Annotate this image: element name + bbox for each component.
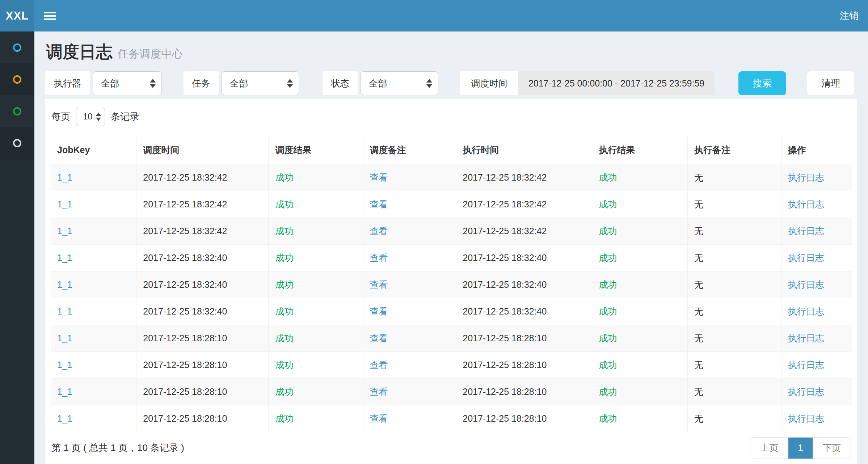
table-row: 1_1 2017-12-25 18:32:40 成功 查看 2017-12-25… — [51, 298, 852, 325]
page-size-control: 每页 10 条记录 — [51, 105, 852, 126]
exec-log-link[interactable]: 执行日志 — [788, 413, 824, 423]
exec-remark-cell: 无 — [687, 325, 781, 351]
current-page-button[interactable]: 1 — [788, 438, 813, 459]
sidebar-item-2[interactable] — [0, 63, 34, 95]
status-filter-label: 状态 — [323, 71, 358, 95]
view-remark-link[interactable]: 查看 — [370, 226, 388, 236]
jobkey-link[interactable]: 1_1 — [57, 333, 72, 343]
sched-result-cell: 成功 — [269, 351, 363, 378]
exec-result-cell: 成功 — [592, 244, 687, 271]
exec-remark-cell: 无 — [687, 378, 781, 405]
col-sched-remark: 调度备注 — [363, 136, 456, 164]
jobkey-link[interactable]: 1_1 — [57, 279, 72, 290]
exec-log-link[interactable]: 执行日志 — [788, 360, 824, 370]
sidebar-item-3[interactable] — [0, 95, 34, 127]
prev-page-button[interactable]: 上页 — [750, 438, 788, 459]
circle-icon — [13, 107, 21, 115]
select-arrows-icon — [287, 79, 293, 88]
col-sched-result: 调度结果 — [269, 136, 363, 164]
exec-time-cell: 2017-12-25 18:28:10 — [456, 351, 592, 378]
executor-filter-group: 执行器 全部 — [45, 71, 162, 95]
exec-result-cell: 成功 — [592, 271, 687, 298]
view-remark-link[interactable]: 查看 — [370, 253, 388, 263]
page-title: 调度日志 — [46, 42, 113, 61]
sidebar-toggle-icon[interactable] — [44, 10, 56, 22]
exec-remark-cell: 无 — [687, 351, 781, 378]
table-row: 1_1 2017-12-25 18:32:40 成功 查看 2017-12-25… — [51, 271, 852, 298]
sched-result-cell: 成功 — [269, 218, 363, 244]
sched-time-cell: 2017-12-25 18:32:42 — [136, 164, 269, 191]
job-filter-group: 任务 全部 — [184, 71, 299, 95]
clear-button[interactable]: 清理 — [807, 71, 854, 95]
sched-result-cell: 成功 — [269, 325, 363, 351]
exec-log-link[interactable]: 执行日志 — [788, 226, 824, 236]
col-sched-time: 调度时间 — [136, 136, 269, 164]
sidebar-menu — [0, 31, 34, 464]
table-header-row: JobKey 调度时间 调度结果 调度备注 执行时间 执行结果 执行备注 操作 — [51, 136, 852, 164]
exec-log-link[interactable]: 执行日志 — [788, 279, 824, 290]
circle-icon — [13, 43, 21, 52]
exec-log-link[interactable]: 执行日志 — [788, 387, 824, 397]
app-logo[interactable]: XXL — [0, 0, 34, 31]
jobkey-link[interactable]: 1_1 — [57, 199, 72, 209]
view-remark-link[interactable]: 查看 — [370, 387, 388, 397]
sched-result-cell: 成功 — [269, 271, 363, 298]
view-remark-link[interactable]: 查看 — [370, 279, 388, 290]
exec-remark-cell: 无 — [687, 164, 781, 191]
view-remark-link[interactable]: 查看 — [370, 333, 388, 343]
table-row: 1_1 2017-12-25 18:28:10 成功 查看 2017-12-25… — [51, 378, 852, 405]
time-range-input[interactable]: 2017-12-25 00:00:00 - 2017-12-25 23:59:5… — [518, 71, 715, 95]
next-page-button[interactable]: 下页 — [813, 438, 851, 459]
jobkey-link[interactable]: 1_1 — [57, 387, 72, 397]
view-remark-link[interactable]: 查看 — [370, 360, 388, 370]
exec-result-cell: 成功 — [592, 325, 687, 351]
jobkey-link[interactable]: 1_1 — [57, 413, 72, 423]
exec-log-link[interactable]: 执行日志 — [788, 253, 824, 263]
view-remark-link[interactable]: 查看 — [370, 306, 388, 316]
jobkey-link[interactable]: 1_1 — [57, 306, 72, 316]
exec-time-cell: 2017-12-25 18:32:40 — [456, 271, 592, 298]
exec-remark-cell: 无 — [687, 271, 781, 298]
jobkey-link[interactable]: 1_1 — [57, 253, 72, 263]
view-remark-link[interactable]: 查看 — [370, 199, 388, 209]
jobkey-link[interactable]: 1_1 — [57, 360, 72, 370]
exec-time-cell: 2017-12-25 18:32:40 — [456, 298, 592, 325]
exec-time-cell: 2017-12-25 18:32:42 — [456, 218, 592, 244]
circle-icon — [13, 75, 21, 84]
exec-log-link[interactable]: 执行日志 — [788, 172, 824, 182]
page-size-select[interactable]: 10 — [76, 107, 105, 126]
sidebar-item-4[interactable] — [0, 127, 34, 159]
sched-result-cell: 成功 — [269, 164, 363, 191]
exec-log-link[interactable]: 执行日志 — [788, 333, 824, 343]
exec-remark-cell: 无 — [687, 298, 781, 325]
exec-result-cell: 成功 — [592, 218, 687, 244]
sched-time-cell: 2017-12-25 18:32:40 — [136, 298, 269, 325]
jobkey-link[interactable]: 1_1 — [57, 172, 72, 182]
logout-link[interactable]: 注销 — [840, 9, 859, 22]
job-filter-select[interactable]: 全部 — [222, 71, 299, 95]
exec-time-cell: 2017-12-25 18:28:10 — [456, 405, 592, 432]
view-remark-link[interactable]: 查看 — [370, 172, 388, 182]
main-header: XXL 注销 — [0, 0, 868, 31]
sched-time-cell: 2017-12-25 18:28:10 — [136, 325, 269, 351]
status-filter-select[interactable]: 全部 — [361, 71, 438, 95]
exec-log-link[interactable]: 执行日志 — [788, 306, 824, 316]
table-footer: 第 1 页 ( 总共 1 页，10 条记录 ) 上页 1 下页 — [51, 437, 852, 459]
exec-result-cell: 成功 — [592, 298, 687, 325]
jobkey-link[interactable]: 1_1 — [57, 226, 72, 236]
executor-filter-select[interactable]: 全部 — [93, 71, 162, 95]
job-log-table: JobKey 调度时间 调度结果 调度备注 执行时间 执行结果 执行备注 操作 … — [51, 136, 852, 432]
log-table-box: 每页 10 条记录 JobKey 调度时间 调度结果 调度备注 执行时间 执行结… — [45, 99, 857, 464]
exec-remark-cell: 无 — [687, 218, 781, 244]
col-action: 操作 — [781, 136, 852, 164]
search-button[interactable]: 搜索 — [738, 71, 786, 95]
col-exec-remark: 执行备注 — [687, 136, 781, 164]
sidebar-item-1[interactable] — [0, 31, 34, 63]
page-header: 调度日志任务调度中心 — [45, 31, 857, 62]
exec-time-cell: 2017-12-25 18:28:10 — [456, 325, 592, 351]
col-exec-time: 执行时间 — [456, 136, 592, 164]
exec-log-link[interactable]: 执行日志 — [788, 199, 824, 209]
view-remark-link[interactable]: 查看 — [370, 413, 388, 423]
exec-result-cell: 成功 — [592, 405, 687, 432]
table-row: 1_1 2017-12-25 18:32:40 成功 查看 2017-12-25… — [51, 244, 852, 271]
